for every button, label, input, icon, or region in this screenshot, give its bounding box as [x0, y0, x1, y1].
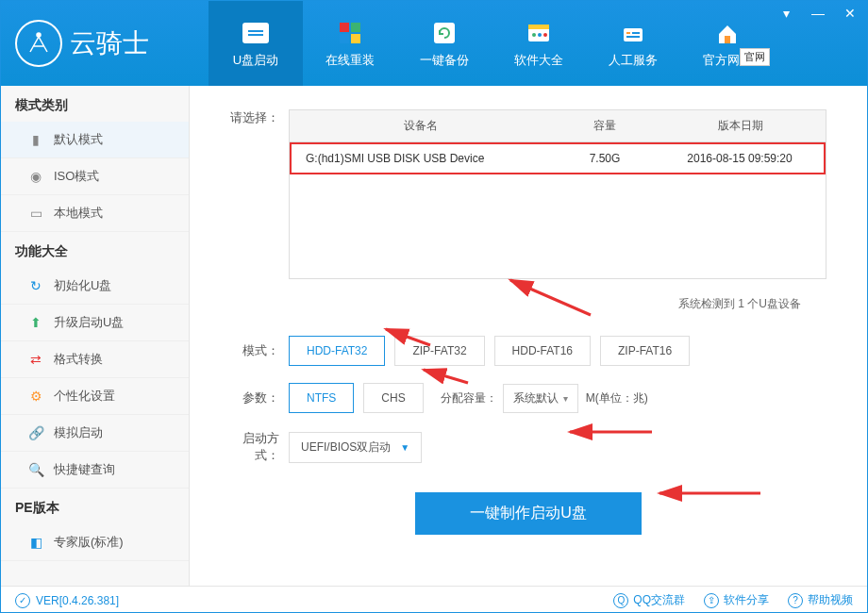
app-header: 云骑士 U盘启动 在线重装 一键备份 软件大全 人工服务 官方网站 官网 ▾	[1, 1, 867, 86]
sidebar-item-init-usb[interactable]: ↻初始化U盘	[1, 268, 189, 305]
reset-icon: ↻	[27, 277, 44, 294]
td-date: 2016-08-15 09:59:20	[656, 144, 824, 173]
sidebar-item-iso-mode[interactable]: ◉ISO模式	[1, 158, 189, 195]
version-text: VER[0.4.26.381]	[36, 594, 119, 607]
svg-point-0	[37, 33, 41, 37]
footer-version: ✓ VER[0.4.26.381]	[15, 593, 119, 608]
svg-rect-1	[340, 23, 349, 32]
alloc-unit: M(单位：兆)	[586, 390, 648, 406]
boot-label: 启动方式：	[223, 430, 289, 464]
create-usb-button[interactable]: 一键制作启动U盘	[415, 492, 642, 535]
footer-link-help[interactable]: ?帮助视频	[788, 592, 853, 608]
sidebar-item-label: 初始化U盘	[54, 277, 111, 294]
convert-icon: ⇄	[27, 351, 44, 368]
sidebar-item-convert[interactable]: ⇄格式转换	[1, 341, 189, 378]
param-option-chs[interactable]: CHS	[363, 383, 423, 413]
section-title-pe: PE版本	[1, 489, 189, 524]
nav-tab-software[interactable]: 软件大全	[492, 1, 586, 86]
nav-label: 人工服务	[609, 52, 658, 69]
sidebar-item-label: 快捷键查询	[54, 461, 115, 478]
sidebar-item-personalize[interactable]: ⚙个性化设置	[1, 378, 189, 415]
sidebar-item-upgrade-usb[interactable]: ⬆升级启动U盘	[1, 305, 189, 341]
sidebar-item-label: 个性化设置	[54, 388, 115, 405]
table-empty	[290, 174, 826, 278]
footer-link-qq[interactable]: QQQ交流群	[613, 592, 685, 608]
table-header: 设备名 容量 版本日期	[290, 110, 826, 142]
mode-label: 模式：	[223, 342, 289, 359]
svg-rect-4	[351, 34, 360, 43]
windows-icon	[335, 18, 365, 48]
nav-tab-website[interactable]: 官方网站 官网	[680, 1, 775, 86]
usb-drive-icon: ▮	[27, 131, 44, 148]
usb-icon	[241, 18, 271, 48]
settings-icon: ⚙	[27, 388, 44, 405]
alloc-select[interactable]: 系统默认▾	[503, 384, 578, 413]
sidebar-item-label: ISO模式	[54, 168, 99, 185]
footer-links: QQQ交流群 ⇪软件分享 ?帮助视频	[613, 592, 853, 608]
logo-area: 云骑士	[1, 20, 190, 67]
sidebar: 模式类别 ▮默认模式 ◉ISO模式 ▭本地模式 功能大全 ↻初始化U盘 ⬆升级启…	[1, 86, 190, 586]
sidebar-item-default-mode[interactable]: ▮默认模式	[1, 122, 189, 158]
svg-rect-15	[725, 36, 730, 43]
svg-rect-5	[434, 23, 455, 43]
mode-option-zip-fat16[interactable]: ZIP-FAT16	[600, 336, 690, 366]
link-icon: 🔗	[27, 424, 44, 441]
svg-rect-3	[340, 34, 349, 43]
svg-rect-7	[528, 25, 549, 29]
sidebar-item-local-mode[interactable]: ▭本地模式	[1, 195, 189, 232]
footer-link-label: 帮助视频	[808, 592, 853, 608]
check-icon: ✓	[15, 593, 30, 608]
svg-rect-11	[624, 28, 643, 41]
sidebar-item-hotkey[interactable]: 🔍快捷键查询	[1, 452, 189, 489]
param-option-ntfs[interactable]: NTFS	[289, 383, 354, 413]
nav-label: 一键备份	[420, 52, 469, 69]
nav-label: U盘启动	[233, 52, 278, 69]
footer: ✓ VER[0.4.26.381] QQQ交流群 ⇪软件分享 ?帮助视频	[1, 586, 867, 613]
boot-value: UEFI/BIOS双启动	[301, 439, 391, 456]
window-controls: ▾ — ✕	[778, 6, 858, 21]
nav-label: 在线重装	[326, 52, 375, 69]
disc-icon: ◉	[27, 168, 44, 185]
sidebar-item-simulate[interactable]: 🔗模拟启动	[1, 415, 189, 452]
chevron-down-icon: ▼	[400, 442, 409, 453]
nav-tab-support[interactable]: 人工服务	[586, 1, 680, 86]
share-icon: ⇪	[704, 593, 719, 608]
dropdown-icon[interactable]: ▾	[778, 6, 793, 21]
mode-option-hdd-fat32[interactable]: HDD-FAT32	[289, 336, 385, 366]
boot-select[interactable]: UEFI/BIOS双启动▼	[289, 432, 422, 463]
refresh-icon	[429, 18, 459, 48]
svg-rect-12	[626, 32, 630, 34]
nav-tab-backup[interactable]: 一键备份	[397, 1, 492, 86]
sidebar-item-expert[interactable]: ◧专家版(标准)	[1, 524, 189, 561]
th-date: 版本日期	[657, 110, 826, 141]
svg-rect-2	[351, 23, 360, 32]
sidebar-item-label: 模拟启动	[54, 424, 103, 441]
detect-text: 系统检测到 1 个U盘设备	[223, 296, 801, 312]
alloc-label: 分配容量：	[441, 390, 497, 406]
mode-option-hdd-fat16[interactable]: HDD-FAT16	[494, 336, 591, 366]
svg-point-9	[538, 33, 542, 37]
param-label: 参数：	[223, 389, 289, 406]
select-label: 请选择：	[223, 109, 289, 126]
th-capacity: 容量	[553, 110, 657, 141]
nav-tab-reinstall[interactable]: 在线重装	[303, 1, 397, 86]
section-title-tools: 功能大全	[1, 232, 189, 268]
minimize-button[interactable]: —	[810, 6, 826, 21]
svg-line-18	[424, 370, 468, 383]
upgrade-icon: ⬆	[27, 314, 44, 331]
main-panel: 请选择： 设备名 容量 版本日期 G:(hd1)SMI USB DISK USB…	[190, 86, 867, 586]
nav-tab-usb-boot[interactable]: U盘启动	[209, 1, 303, 86]
sidebar-item-label: 格式转换	[54, 351, 103, 368]
footer-link-share[interactable]: ⇪软件分享	[704, 592, 769, 608]
bookmark-icon: ◧	[27, 534, 44, 551]
table-row[interactable]: G:(hd1)SMI USB DISK USB Device 7.50G 201…	[290, 142, 826, 174]
mode-option-zip-fat32[interactable]: ZIP-FAT32	[394, 336, 484, 366]
sidebar-item-label: 升级启动U盘	[54, 314, 124, 331]
section-title-mode: 模式类别	[1, 86, 189, 122]
close-button[interactable]: ✕	[843, 6, 858, 21]
annotation-arrow	[652, 482, 765, 505]
footer-link-label: 软件分享	[724, 592, 769, 608]
nav-tabs: U盘启动 在线重装 一键备份 软件大全 人工服务 官方网站 官网	[209, 1, 775, 86]
monitor-icon: ▭	[27, 205, 44, 222]
body-area: 模式类别 ▮默认模式 ◉ISO模式 ▭本地模式 功能大全 ↻初始化U盘 ⬆升级启…	[1, 86, 867, 586]
